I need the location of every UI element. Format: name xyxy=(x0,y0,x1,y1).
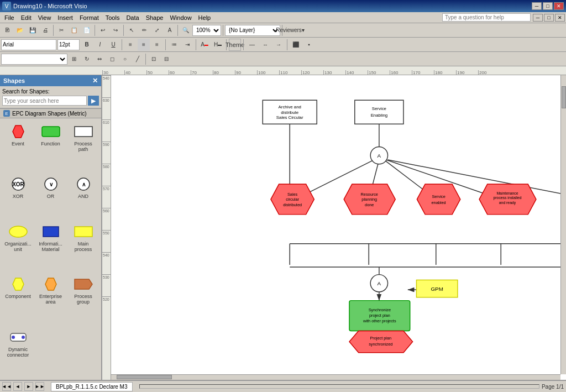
shape-component[interactable]: Component xyxy=(2,273,34,325)
nav-first-btn[interactable]: ◄◄ xyxy=(2,382,11,391)
page-tab[interactable]: BPLpb_R.1.1.5.c Declare M3 xyxy=(51,382,133,391)
pointer-btn[interactable]: ↖ xyxy=(125,24,138,36)
nav-prev-btn[interactable]: ◄ xyxy=(13,382,22,391)
menu-window[interactable]: Window xyxy=(166,13,195,22)
align-center-btn[interactable]: ≡ xyxy=(138,39,150,51)
stencil-select[interactable] xyxy=(1,54,67,65)
ruler-vertical: 540 630 610 590 580 570 560 550 540 530 … xyxy=(102,75,111,380)
app-restore-button[interactable]: □ xyxy=(544,14,554,22)
svg-text:distribute: distribute xyxy=(281,110,298,115)
shape-or[interactable]: ∨ OR xyxy=(35,173,66,219)
scrollbar-horizontal-thumb[interactable] xyxy=(117,375,172,379)
help-search[interactable] xyxy=(442,13,531,22)
shape-process-path[interactable]: Process path xyxy=(67,121,99,172)
line-btn[interactable]: — xyxy=(246,39,258,51)
connector-btn[interactable]: ⤢ xyxy=(151,24,163,36)
svg-point-16 xyxy=(12,336,15,339)
group-btn[interactable]: ⊡ xyxy=(148,53,160,65)
minimize-button[interactable]: ─ xyxy=(532,2,542,10)
zoom-in-btn[interactable]: 🔍 xyxy=(180,24,192,36)
shape-and-label: AND xyxy=(78,194,88,199)
reviewers-btn[interactable]: Reviewers▾ xyxy=(284,24,296,36)
underline-btn[interactable]: U xyxy=(107,39,119,51)
font-name-input[interactable] xyxy=(1,39,56,50)
text-btn[interactable]: A xyxy=(164,24,176,36)
nav-next-btn[interactable]: ► xyxy=(24,382,33,391)
menu-format[interactable]: Format xyxy=(76,13,102,22)
redo-btn[interactable]: ↪ xyxy=(109,24,122,36)
shapes-grid: Event Function Process path xyxy=(0,118,101,380)
draw-shape-btn[interactable]: ◻ xyxy=(106,53,118,65)
fill-btn[interactable]: ⬛ xyxy=(290,39,302,51)
search-label: Search for Shapes: xyxy=(2,88,99,95)
svg-text:enabled: enabled xyxy=(432,200,446,205)
svg-text:XOR: XOR xyxy=(12,181,24,187)
indent-btn[interactable]: ⇥ xyxy=(181,39,193,51)
pencil-btn[interactable]: ✏ xyxy=(138,24,150,36)
save-btn[interactable]: 💾 xyxy=(27,24,39,36)
bullet-btn[interactable]: ≔ xyxy=(168,39,180,51)
bold-btn[interactable]: B xyxy=(81,39,93,51)
menu-file[interactable]: File xyxy=(1,13,18,22)
svg-rect-11 xyxy=(75,227,92,237)
maximize-button[interactable]: □ xyxy=(543,2,553,10)
fit-btn[interactable]: ⊞ xyxy=(68,53,80,65)
italic-btn[interactable]: I xyxy=(94,39,106,51)
open-btn[interactable]: 📂 xyxy=(14,24,26,36)
align-right-btn[interactable]: ≡ xyxy=(151,39,163,51)
copy-btn[interactable]: 📋 xyxy=(68,24,80,36)
dash-btn[interactable]: -- xyxy=(259,39,271,51)
shape-event[interactable]: Event xyxy=(2,121,34,172)
nav-last-btn[interactable]: ►► xyxy=(35,382,44,391)
shape-enterprise-area[interactable]: Enterprise area xyxy=(35,273,66,325)
paste-btn[interactable]: 📄 xyxy=(81,24,93,36)
shape-function[interactable]: Function xyxy=(35,121,66,172)
shape-xor[interactable]: XOR XOR xyxy=(2,173,34,219)
shape-dynamic-connector[interactable]: Dynamic connector xyxy=(2,326,34,378)
scrollbar-horizontal[interactable] xyxy=(111,374,560,380)
print-btn[interactable]: 🖨 xyxy=(39,24,51,36)
diagram-canvas[interactable]: Archive and distribute Sales Circular Se… xyxy=(111,75,560,374)
theme-btn[interactable]: Theme xyxy=(229,39,241,51)
scrollbar-vertical-thumb[interactable] xyxy=(562,86,566,108)
menu-view[interactable]: View xyxy=(35,13,55,22)
cut-btn[interactable]: ✂ xyxy=(55,24,67,36)
svg-text:A: A xyxy=(378,153,381,159)
menu-help[interactable]: Help xyxy=(195,13,214,22)
ungroup-btn[interactable]: ⊟ xyxy=(160,53,172,65)
draw-line-btn[interactable]: ╱ xyxy=(132,53,144,65)
menu-tools[interactable]: Tools xyxy=(102,13,123,22)
shadow-btn[interactable]: ▪ xyxy=(303,39,315,51)
menu-insert[interactable]: Insert xyxy=(54,13,76,22)
shape-enterprise-area-label: Enterprise area xyxy=(36,294,65,305)
menu-data[interactable]: Data xyxy=(123,13,142,22)
shape-info-material[interactable]: Informati... Material xyxy=(35,221,66,272)
app-min-button[interactable]: ─ xyxy=(533,14,543,22)
shape-main-process[interactable]: Main process xyxy=(67,221,99,272)
app-close-button[interactable]: ✕ xyxy=(555,14,565,22)
scrollbar-vertical[interactable] xyxy=(560,75,566,374)
font-color-btn[interactable]: A▬ xyxy=(198,39,211,51)
shapes-close-btn[interactable]: ✕ xyxy=(92,77,98,85)
zoom-select[interactable]: 100%75%150% xyxy=(192,25,221,36)
close-button[interactable]: ✕ xyxy=(554,2,564,10)
shapes-search-input[interactable] xyxy=(2,96,87,106)
undo-btn[interactable]: ↩ xyxy=(97,24,109,36)
shape-org-unit[interactable]: Organizati... unit xyxy=(2,221,34,272)
menu-shape[interactable]: Shape xyxy=(143,13,167,22)
svg-marker-14 xyxy=(75,279,92,289)
arrow-btn[interactable]: → xyxy=(272,39,285,51)
new-btn[interactable]: 🖹 xyxy=(1,24,13,36)
shapes-search-button[interactable]: ▶ xyxy=(88,96,99,106)
layer-select[interactable]: {No Layer} xyxy=(225,25,280,36)
flip-h-btn[interactable]: ⇔ xyxy=(93,53,106,65)
menu-edit[interactable]: Edit xyxy=(18,13,35,22)
shape-and[interactable]: ∧ AND xyxy=(67,173,99,219)
shape-process-group[interactable]: Process group xyxy=(67,273,99,325)
align-left-btn[interactable]: ≡ xyxy=(124,39,137,51)
rotate-btn[interactable]: ↻ xyxy=(81,53,93,65)
highlight-btn[interactable]: H▬ xyxy=(212,39,224,51)
shape-or-label: OR xyxy=(47,194,55,199)
font-size-input[interactable] xyxy=(57,39,80,50)
draw-circle-btn[interactable]: ○ xyxy=(119,53,131,65)
